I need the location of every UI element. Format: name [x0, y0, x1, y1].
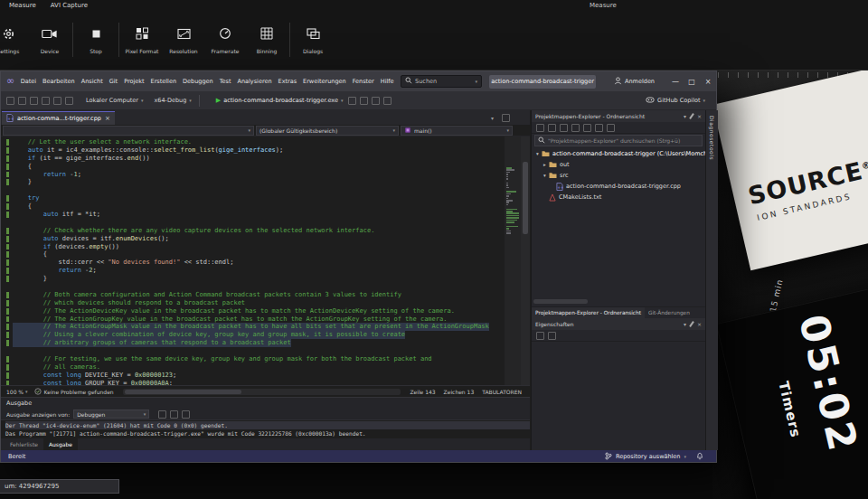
code-line[interactable]: if (devices.empty()): [1, 243, 505, 251]
menu-bearbeiten[interactable]: Bearbeiten: [40, 71, 79, 91]
home-icon[interactable]: [548, 124, 556, 132]
code-line[interactable]: auto devices = itf.enumDevices();: [1, 235, 505, 243]
scrollbar-thumb[interactable]: [533, 299, 588, 304]
menu-extras[interactable]: Extras: [275, 71, 300, 91]
vs-search-box[interactable]: Suchen ▾: [401, 75, 482, 88]
save-icon[interactable]: [30, 97, 38, 105]
switch-view-icon[interactable]: [560, 124, 568, 132]
close-icon[interactable]: ×: [697, 113, 702, 119]
github-copilot-button[interactable]: GitHub Copilot▾: [646, 96, 705, 106]
close-icon[interactable]: ×: [697, 321, 702, 327]
code-line[interactable]: {: [1, 250, 505, 259]
code-line[interactable]: // For testing, we use the same device k…: [1, 355, 505, 363]
tab-diagnosetools[interactable]: Diagnosetools: [709, 116, 715, 160]
explorer-tab-projektmappen-explorer-ordneransicht[interactable]: Projektmappen-Explorer - Ordneransicht: [532, 307, 645, 318]
new-file-icon[interactable]: [6, 97, 14, 105]
menu-git[interactable]: Git: [106, 71, 120, 91]
explorer-search-box[interactable]: "Projektmappen-Explorer" durchsuchen (St…: [534, 135, 703, 146]
tree-item-src[interactable]: ▾src: [532, 170, 705, 181]
code-line[interactable]: // Check whether there are any video cap…: [1, 227, 505, 235]
chevron-down-icon[interactable]: ▾: [491, 115, 494, 121]
code-line[interactable]: auto it = ic4_examples::console::select_…: [1, 146, 505, 155]
bottom-tab-fehlerliste[interactable]: Fehlerliste: [5, 438, 43, 450]
code-line[interactable]: return -2;: [1, 267, 505, 275]
cursor-column[interactable]: Zeichen 13: [444, 389, 475, 395]
sign-in-button[interactable]: Anmelden: [614, 77, 655, 87]
health-status[interactable]: Keine Probleme gefunden: [44, 389, 114, 395]
alphabetical-icon[interactable]: [548, 332, 556, 340]
scrollbar-thumb[interactable]: [125, 390, 241, 394]
explorer-tab-git-nderungen[interactable]: Git-Änderungen: [645, 307, 693, 318]
capture-menu-measure[interactable]: Measure: [9, 2, 36, 13]
code-line[interactable]: // Both camera configuration and Action …: [1, 291, 505, 299]
word-wrap-icon[interactable]: [182, 410, 190, 419]
capture-menu-avi-capture[interactable]: AVI Capture: [51, 2, 88, 13]
code-line[interactable]: // The ActionGroupMask value in the broa…: [1, 323, 505, 331]
explorer-scrollbar[interactable]: [532, 297, 705, 305]
code-line[interactable]: // arbitrary groups of cameras that resp…: [1, 339, 505, 347]
code-line[interactable]: if (it == gige_interfaces.end()): [1, 155, 505, 163]
editor-tab-active[interactable]: ++ action-comma...t-trigger.cpp ×: [2, 111, 115, 125]
code-line[interactable]: }: [1, 178, 505, 186]
redo-icon[interactable]: [65, 97, 73, 105]
toolbar-extra-icon[interactable]: [348, 97, 356, 105]
code-line[interactable]: {: [1, 202, 505, 211]
run-button[interactable]: ▶action-command-broadcast-trigger.exe▾: [216, 97, 344, 104]
tabstrip-extra-icon[interactable]: [502, 114, 510, 122]
collapse-all-icon[interactable]: [595, 124, 603, 132]
close-icon[interactable]: ×: [105, 115, 110, 122]
undo-icon[interactable]: [53, 97, 61, 105]
code-line[interactable]: [1, 219, 505, 227]
minimap[interactable]: [505, 137, 521, 385]
tree-item-action-command-broadcast-trigger-cpp[interactable]: ++action-command-broadcast-trigger.cpp: [532, 181, 705, 192]
explorer-header[interactable]: Projektmappen-Explorer - Ordneransicht ▾…: [532, 110, 705, 122]
capture-tool-settings[interactable]: Settings: [0, 20, 29, 54]
capture-tool-stop[interactable]: Stop: [75, 20, 117, 54]
code-line[interactable]: return -1;: [1, 171, 505, 179]
menu-datei[interactable]: Datei: [17, 71, 39, 91]
maximize-button[interactable]: □: [684, 71, 700, 91]
code-line[interactable]: std::cerr << "No devices found!" << std:…: [1, 259, 505, 267]
tree-item-cmakelists-txt[interactable]: CMakeLists.txt: [532, 192, 705, 202]
code-line[interactable]: // The ActionDeviceKey value in the broa…: [1, 307, 505, 315]
code-line[interactable]: try: [1, 194, 505, 202]
clear-all-icon[interactable]: [170, 410, 178, 419]
capture-tool-device[interactable]: Device: [29, 20, 71, 54]
pin-icon[interactable]: [691, 113, 693, 120]
select-repository-button[interactable]: Repository auswählen: [616, 453, 680, 460]
configuration-selector[interactable]: x64-Debug▾: [155, 97, 192, 104]
code-editor[interactable]: // Let the user select a network interfa…: [1, 137, 530, 385]
code-line[interactable]: [1, 283, 505, 291]
code-line[interactable]: // which devices should respond to a bro…: [1, 299, 505, 307]
menu-projekt[interactable]: Projekt: [121, 71, 147, 91]
open-file-icon[interactable]: [18, 97, 26, 105]
code-line[interactable]: [1, 186, 505, 194]
toolbar-extra-icon[interactable]: [383, 97, 392, 105]
code-line[interactable]: // all cameras.: [1, 363, 505, 372]
menu-hilfe[interactable]: Hilfe: [377, 71, 397, 91]
menu-debuggen[interactable]: Debuggen: [180, 71, 217, 91]
code-line[interactable]: }: [1, 275, 505, 283]
minimize-button[interactable]: —: [667, 71, 684, 91]
show-all-files-icon[interactable]: [607, 124, 615, 132]
code-line[interactable]: {: [1, 163, 505, 171]
menu-erweiterungen[interactable]: Erweiterungen: [300, 71, 350, 91]
code-line[interactable]: [1, 347, 505, 355]
tree-item-out[interactable]: ▸out: [532, 159, 705, 170]
cursor-line[interactable]: Zeile 143: [410, 389, 435, 395]
categorized-icon[interactable]: [536, 332, 544, 340]
properties-header[interactable]: Eigenschaften ▾×: [532, 318, 705, 330]
refresh-icon[interactable]: [583, 124, 591, 132]
chevron-down-icon[interactable]: ▾: [684, 321, 686, 327]
menu-erstellen[interactable]: Erstellen: [147, 71, 179, 91]
code-line[interactable]: // The ActionGroupKey value in the broad…: [1, 315, 505, 324]
vertical-scrollbar[interactable]: [521, 137, 530, 385]
capture-tool-pixel-format[interactable]: Pixel Format: [121, 20, 163, 54]
scrollbar-thumb[interactable]: [523, 162, 528, 234]
code-line[interactable]: auto itf = *it;: [1, 211, 505, 219]
active-document-title[interactable]: action-command-broadcast-trigger: [489, 75, 596, 89]
navbar-project-dropdown[interactable]: ▾: [3, 126, 254, 136]
menu-test[interactable]: Test: [216, 71, 234, 91]
close-button[interactable]: ×: [700, 71, 716, 91]
sync-icon[interactable]: [571, 124, 580, 132]
